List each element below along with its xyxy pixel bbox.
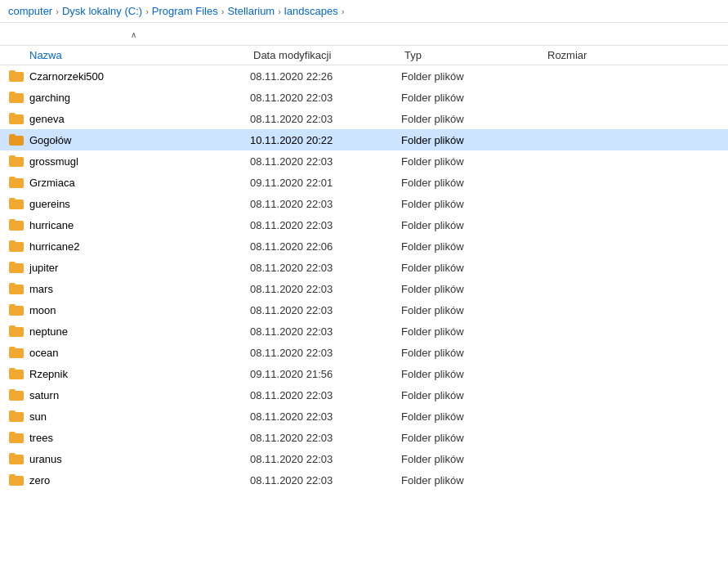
file-date: 08.11.2020 22:06 bbox=[250, 240, 401, 253]
file-date: 09.11.2020 22:01 bbox=[250, 177, 401, 189]
table-row[interactable]: sun08.11.2020 22:03Folder plików bbox=[0, 406, 728, 427]
breadcrumb-landscapes[interactable]: landscapes bbox=[284, 5, 338, 17]
folder-icon bbox=[8, 280, 25, 297]
file-type: Folder plików bbox=[401, 474, 544, 487]
file-date: 08.11.2020 22:03 bbox=[250, 262, 401, 274]
folder-icon bbox=[8, 153, 25, 169]
folder-icon bbox=[8, 387, 25, 403]
file-name: Czarnorzeki500 bbox=[29, 70, 250, 83]
folder-icon bbox=[8, 365, 25, 382]
file-type: Folder plików bbox=[401, 368, 544, 380]
file-name: moon bbox=[29, 304, 250, 316]
file-date: 08.11.2020 22:26 bbox=[250, 70, 401, 83]
file-name: ocean bbox=[29, 347, 250, 359]
folder-icon bbox=[8, 238, 25, 254]
file-date: 08.11.2020 22:03 bbox=[250, 155, 401, 168]
file-date: 08.11.2020 22:03 bbox=[250, 283, 401, 295]
folder-icon bbox=[8, 472, 25, 488]
file-type: Folder plików bbox=[401, 113, 544, 125]
file-name: Grzmiaca bbox=[29, 177, 250, 189]
folder-icon bbox=[8, 195, 25, 212]
file-date: 08.11.2020 22:03 bbox=[250, 432, 401, 444]
file-date: 08.11.2020 22:03 bbox=[250, 304, 401, 316]
table-row[interactable]: uranus08.11.2020 22:03Folder plików bbox=[0, 448, 728, 469]
table-row[interactable]: Rzepnik09.11.2020 21:56Folder plików bbox=[0, 363, 728, 384]
col-header-name[interactable]: Nazwa bbox=[0, 49, 253, 61]
folder-icon bbox=[8, 174, 25, 191]
file-name: guereins bbox=[29, 198, 250, 210]
file-date: 08.11.2020 22:03 bbox=[250, 347, 401, 359]
file-date: 08.11.2020 22:03 bbox=[250, 453, 401, 465]
col-header-date[interactable]: Data modyfikacji bbox=[253, 49, 404, 61]
file-date: 08.11.2020 22:03 bbox=[250, 113, 401, 125]
col-header-type[interactable]: Typ bbox=[404, 49, 547, 61]
file-name: garching bbox=[29, 92, 250, 104]
file-name: uranus bbox=[29, 453, 250, 465]
folder-icon bbox=[8, 302, 25, 318]
file-type: Folder plików bbox=[401, 155, 544, 168]
file-type: Folder plików bbox=[401, 219, 544, 231]
folder-icon bbox=[8, 344, 25, 361]
file-name: Gogołów bbox=[29, 134, 250, 146]
table-row[interactable]: hurricane08.11.2020 22:03Folder plików bbox=[0, 214, 728, 235]
breadcrumb-stellarium[interactable]: Stellarium bbox=[227, 5, 275, 17]
table-row[interactable]: neptune08.11.2020 22:03Folder plików bbox=[0, 321, 728, 342]
file-type: Folder plików bbox=[401, 134, 544, 146]
file-name: hurricane2 bbox=[29, 240, 250, 253]
table-row[interactable]: mars08.11.2020 22:03Folder plików bbox=[0, 278, 728, 299]
breadcrumb-sep-5: › bbox=[342, 7, 345, 16]
file-type: Folder plików bbox=[401, 283, 544, 295]
col-header-size[interactable]: Rozmiar bbox=[547, 49, 645, 61]
table-row[interactable]: jupiter08.11.2020 22:03Folder plików bbox=[0, 257, 728, 278]
file-name: saturn bbox=[29, 389, 250, 401]
breadcrumb-c-drive[interactable]: Dysk lokalny (C:) bbox=[62, 5, 142, 17]
table-row[interactable]: grossmugl08.11.2020 22:03Folder plików bbox=[0, 150, 728, 172]
table-row[interactable]: guereins08.11.2020 22:03Folder plików bbox=[0, 193, 728, 214]
sort-bar: ∧ bbox=[0, 23, 728, 46]
file-type: Folder plików bbox=[401, 304, 544, 316]
table-row[interactable]: moon08.11.2020 22:03Folder plików bbox=[0, 299, 728, 321]
file-type: Folder plików bbox=[401, 432, 544, 444]
file-type: Folder plików bbox=[401, 389, 544, 401]
folder-icon bbox=[8, 68, 25, 84]
breadcrumb-computer[interactable]: computer bbox=[8, 5, 52, 17]
table-row[interactable]: garching08.11.2020 22:03Folder plików bbox=[0, 87, 728, 108]
file-type: Folder plików bbox=[401, 347, 544, 359]
folder-icon bbox=[8, 217, 25, 233]
table-row[interactable]: ocean08.11.2020 22:03Folder plików bbox=[0, 342, 728, 363]
column-headers: Nazwa Data modyfikacji Typ Rozmiar bbox=[0, 46, 728, 65]
file-date: 08.11.2020 22:03 bbox=[250, 410, 401, 423]
sort-arrow-icon: ∧ bbox=[131, 29, 136, 38]
table-row[interactable]: hurricane208.11.2020 22:06Folder plików bbox=[0, 235, 728, 257]
table-row[interactable]: zero08.11.2020 22:03Folder plików bbox=[0, 469, 728, 491]
table-row[interactable]: Grzmiaca09.11.2020 22:01Folder plików bbox=[0, 172, 728, 193]
table-row[interactable]: trees08.11.2020 22:03Folder plików bbox=[0, 427, 728, 448]
file-name: grossmugl bbox=[29, 155, 250, 168]
file-date: 08.11.2020 22:03 bbox=[250, 389, 401, 401]
file-type: Folder plików bbox=[401, 262, 544, 274]
file-type: Folder plików bbox=[401, 177, 544, 189]
breadcrumb-sep-2: › bbox=[145, 7, 149, 16]
breadcrumb-sep-1: › bbox=[56, 7, 59, 16]
table-row[interactable]: Czarnorzeki50008.11.2020 22:26Folder pli… bbox=[0, 65, 728, 87]
folder-icon bbox=[8, 259, 25, 276]
file-date: 09.11.2020 21:56 bbox=[250, 368, 401, 380]
table-row[interactable]: geneva08.11.2020 22:03Folder plików bbox=[0, 108, 728, 129]
file-name: mars bbox=[29, 283, 250, 295]
breadcrumb-sep-4: › bbox=[278, 7, 281, 16]
file-name: Rzepnik bbox=[29, 368, 250, 380]
file-name: zero bbox=[29, 474, 250, 487]
file-type: Folder plików bbox=[401, 325, 544, 338]
table-row[interactable]: Gogołów10.11.2020 20:22Folder plików bbox=[0, 129, 728, 150]
file-date: 08.11.2020 22:03 bbox=[250, 219, 401, 231]
table-row[interactable]: saturn08.11.2020 22:03Folder plików bbox=[0, 384, 728, 406]
file-date: 08.11.2020 22:03 bbox=[250, 198, 401, 210]
breadcrumb-program-files[interactable]: Program Files bbox=[152, 5, 218, 17]
file-name: hurricane bbox=[29, 219, 250, 231]
file-date: 10.11.2020 20:22 bbox=[250, 134, 401, 146]
file-type: Folder plików bbox=[401, 410, 544, 423]
file-name: jupiter bbox=[29, 262, 250, 274]
breadcrumb: computer › Dysk lokalny (C:) › Program F… bbox=[0, 0, 728, 23]
file-date: 08.11.2020 22:03 bbox=[250, 92, 401, 104]
folder-icon bbox=[8, 132, 25, 148]
